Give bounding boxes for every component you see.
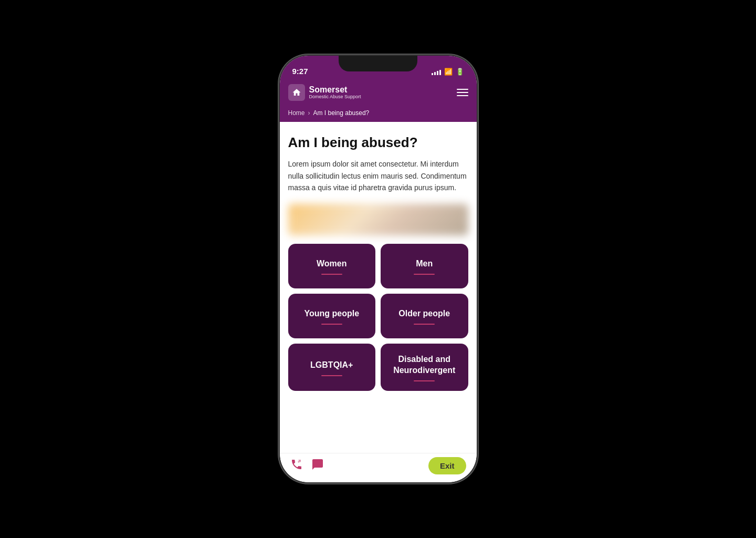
exit-button[interactable]: Exit xyxy=(428,457,466,474)
category-label-lgbtqia: LGBTQIA+ xyxy=(310,360,353,371)
category-label-young-people: Young people xyxy=(304,308,359,319)
navbar: Somerset Domestic Abuse Support xyxy=(280,79,477,106)
category-underline-men xyxy=(414,274,435,275)
status-icons: 📶 🔋 xyxy=(432,68,464,76)
category-card-disabled[interactable]: Disabled and Neurodivergent xyxy=(381,344,468,391)
category-card-older-people[interactable]: Older people xyxy=(381,294,468,338)
category-label-disabled: Disabled and Neurodivergent xyxy=(389,354,460,376)
category-card-lgbtqia[interactable]: LGBTQIA+ xyxy=(288,344,376,391)
breadcrumb: Home › Am I being abused? xyxy=(280,106,477,122)
bottom-icons xyxy=(290,458,324,474)
logo-icon xyxy=(288,84,305,101)
phone-screen: 9:27 📶 🔋 xyxy=(280,56,477,482)
chat-icon[interactable] xyxy=(311,458,324,474)
category-grid: Women Men Young people Older people LGBT xyxy=(288,244,468,401)
breadcrumb-separator: › xyxy=(308,109,310,117)
status-time: 9:27 xyxy=(292,67,308,76)
breadcrumb-current: Am I being abused? xyxy=(313,109,370,117)
logo-subtitle: Domestic Abuse Support xyxy=(309,94,361,100)
logo-text: Somerset Domestic Abuse Support xyxy=(309,85,361,100)
category-label-older-people: Older people xyxy=(398,308,450,319)
phone-icon[interactable] xyxy=(290,458,303,474)
category-card-women[interactable]: Women xyxy=(288,244,376,288)
category-card-young-people[interactable]: Young people xyxy=(288,294,376,338)
signal-icon xyxy=(432,69,441,75)
category-underline-disabled xyxy=(414,380,435,381)
category-underline-older-people xyxy=(414,324,435,325)
wifi-icon: 📶 xyxy=(444,68,453,76)
phone-notch xyxy=(339,56,417,71)
page-title: Am I being abused? xyxy=(288,134,468,151)
page-content: Am I being abused? Lorem ipsum dolor sit… xyxy=(280,122,477,453)
battery-icon: 🔋 xyxy=(456,68,464,76)
category-label-women: Women xyxy=(317,258,346,270)
category-card-men[interactable]: Men xyxy=(381,244,468,288)
category-underline-lgbtqia xyxy=(321,375,342,376)
decorative-image xyxy=(288,204,468,235)
category-underline-women xyxy=(321,274,342,275)
breadcrumb-home[interactable]: Home xyxy=(288,109,305,117)
logo-area: Somerset Domestic Abuse Support xyxy=(288,84,361,101)
menu-button[interactable] xyxy=(457,89,468,96)
page-description: Lorem ipsum dolor sit amet consectetur. … xyxy=(288,158,468,193)
logo-title: Somerset xyxy=(309,85,361,95)
bottom-bar: Exit xyxy=(280,453,477,482)
category-label-men: Men xyxy=(416,258,433,270)
category-underline-young-people xyxy=(321,324,342,325)
phone-frame: 9:27 📶 🔋 xyxy=(280,56,477,482)
